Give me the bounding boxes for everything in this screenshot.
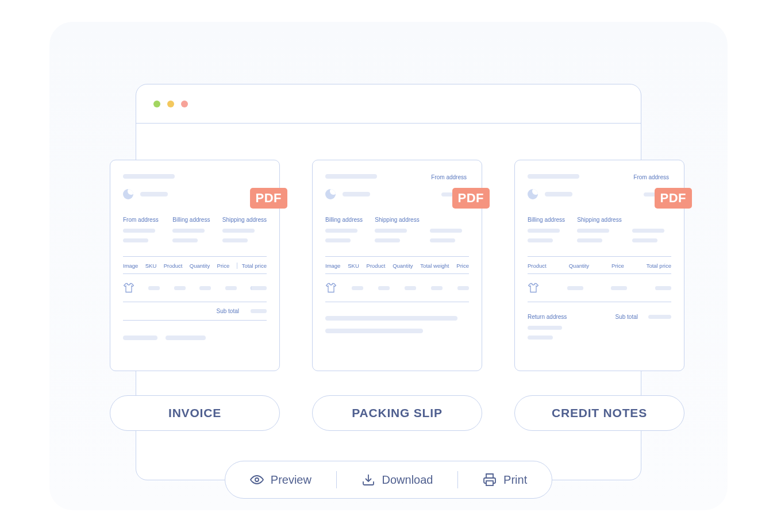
col-price: Price (217, 263, 230, 269)
placeholder-line (123, 174, 175, 179)
placeholder-line (528, 326, 562, 330)
invoice-pill[interactable]: INVOICE (110, 395, 280, 431)
placeholder-line (222, 229, 255, 233)
eye-icon (250, 473, 264, 487)
billing-address-label: Billing address (325, 217, 364, 223)
placeholder-line (655, 286, 671, 290)
tshirt-icon (528, 282, 539, 294)
table-row (325, 274, 469, 302)
packing-slip-card: From address PDF Billing address Shippin… (312, 160, 482, 371)
placeholder-line (222, 238, 248, 242)
placeholder-line (648, 315, 671, 319)
invoice-card: PDF From address Billing address Shippin… (110, 160, 280, 371)
placeholder-line (343, 192, 370, 196)
placeholder-line (325, 316, 457, 321)
col-image: Image (123, 263, 138, 269)
placeholder-line (528, 229, 560, 233)
browser-header (136, 84, 641, 124)
col-quantity: Quantity (190, 263, 210, 269)
placeholder-line (528, 238, 553, 242)
download-label: Download (382, 473, 433, 487)
logo-icon (123, 189, 133, 199)
placeholder-line (352, 286, 363, 290)
billing-address-label: Billing address (172, 217, 211, 223)
download-button[interactable]: Download (361, 473, 433, 487)
placeholder-line (199, 286, 211, 290)
action-bar: Preview Download Print (225, 461, 552, 499)
placeholder-line (528, 174, 579, 179)
document-cards-row: PDF From address Billing address Shippin… (110, 160, 684, 371)
placeholder-line (431, 286, 443, 290)
packing-table: Image SKU Product Quantity Total weight … (325, 256, 469, 302)
placeholder-line (528, 336, 553, 340)
col-price: Price (456, 263, 469, 269)
shipping-address-label: Shipping address (222, 217, 267, 223)
credit-notes-pill[interactable]: CREDIT NOTES (514, 395, 684, 431)
col-sku: SKU (145, 263, 157, 269)
subtotal-label: Sub total (616, 314, 638, 320)
col-sku: SKU (348, 263, 359, 269)
return-address-label: Return address (528, 314, 567, 320)
pdf-badge: PDF (452, 188, 490, 209)
placeholder-line (148, 286, 160, 290)
logo-icon (325, 189, 336, 199)
pdf-badge: PDF (655, 188, 693, 209)
col-total-price: Total price (647, 263, 671, 269)
placeholder-line (405, 286, 416, 290)
from-address-label: From address (633, 174, 669, 180)
col-quantity: Quantity (569, 263, 589, 269)
table-row (123, 274, 267, 302)
col-product: Product (367, 263, 386, 269)
col-product: Product (528, 263, 547, 269)
placeholder-line (174, 286, 186, 290)
placeholder-line (172, 229, 205, 233)
col-total-price: Total price (237, 263, 267, 269)
svg-rect-2 (486, 481, 493, 485)
placeholder-line (430, 238, 455, 242)
print-button[interactable]: Print (483, 473, 527, 487)
placeholder-line (375, 229, 407, 233)
credit-table: Product Quantity Price Total price (528, 256, 671, 302)
placeholder-line (430, 229, 462, 233)
placeholder-line (251, 309, 267, 313)
print-icon (483, 473, 497, 487)
document-type-pills: INVOICE PACKING SLIP CREDIT NOTES (110, 395, 684, 431)
placeholder-line (251, 286, 267, 290)
placeholder-line (567, 286, 583, 290)
print-label: Print (503, 473, 527, 487)
tshirt-icon (123, 282, 134, 294)
placeholder-line (172, 238, 198, 242)
logo-icon (528, 189, 538, 199)
placeholder-line (611, 286, 627, 290)
billing-address-label: Billing address (528, 217, 567, 223)
placeholder-line (632, 229, 664, 233)
divider (336, 471, 337, 488)
placeholder-line (457, 286, 469, 290)
placeholder-line (577, 229, 609, 233)
download-icon (361, 473, 375, 487)
col-total-weight: Total weight (420, 263, 449, 269)
placeholder-line (325, 229, 357, 233)
placeholder-line (123, 238, 148, 242)
from-address-label: From address (123, 217, 162, 223)
placeholder-line (225, 286, 237, 290)
col-product: Product (164, 263, 183, 269)
invoice-table: Image SKU Product Quantity Price Total p… (123, 256, 267, 321)
shipping-address-label: Shipping address (375, 217, 419, 223)
placeholder-line (375, 238, 400, 242)
credit-notes-card: From address PDF Billing address Shippin… (514, 160, 684, 371)
placeholder-line (123, 229, 155, 233)
col-image: Image (325, 263, 340, 269)
traffic-light-minimize (167, 101, 174, 107)
divider (457, 471, 458, 488)
placeholder-line (325, 329, 423, 333)
from-address-label: From address (431, 174, 467, 180)
preview-button[interactable]: Preview (250, 473, 311, 487)
tshirt-icon (325, 282, 337, 294)
placeholder-line (166, 336, 206, 340)
placeholder-line (378, 286, 390, 290)
packing-slip-pill[interactable]: PACKING SLIP (312, 395, 482, 431)
shipping-address-label: Shipping address (577, 217, 621, 223)
svg-point-0 (255, 478, 259, 481)
placeholder-line (325, 174, 377, 179)
